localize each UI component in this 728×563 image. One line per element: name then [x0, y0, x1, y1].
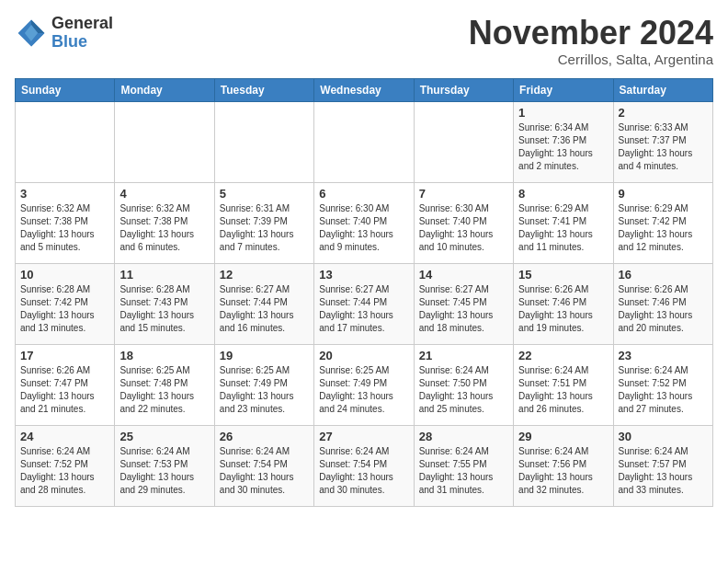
- day-info: Sunrise: 6:25 AM Sunset: 7:49 PM Dayligh…: [220, 364, 309, 416]
- day-number: 23: [619, 349, 708, 362]
- day-number: 30: [619, 430, 708, 443]
- calendar-cell: 10Sunrise: 6:28 AM Sunset: 7:42 PM Dayli…: [16, 263, 115, 344]
- calendar-cell: 19Sunrise: 6:25 AM Sunset: 7:49 PM Dayli…: [214, 344, 313, 425]
- day-number: 9: [619, 187, 708, 201]
- calendar-week-row: 10Sunrise: 6:28 AM Sunset: 7:42 PM Dayli…: [16, 263, 713, 344]
- calendar-cell: 29Sunrise: 6:24 AM Sunset: 7:56 PM Dayli…: [514, 425, 613, 506]
- calendar-cell: 14Sunrise: 6:27 AM Sunset: 7:45 PM Dayli…: [414, 263, 513, 344]
- day-number: 26: [220, 430, 309, 443]
- day-number: 4: [119, 187, 209, 201]
- day-info: Sunrise: 6:28 AM Sunset: 7:43 PM Dayligh…: [119, 283, 209, 335]
- day-info: Sunrise: 6:24 AM Sunset: 7:56 PM Dayligh…: [518, 445, 608, 497]
- day-info: Sunrise: 6:30 AM Sunset: 7:40 PM Dayligh…: [419, 202, 508, 254]
- day-number: 7: [419, 187, 508, 201]
- day-info: Sunrise: 6:24 AM Sunset: 7:54 PM Dayligh…: [220, 445, 309, 497]
- day-number: 28: [419, 430, 508, 443]
- calendar-cell: 30Sunrise: 6:24 AM Sunset: 7:57 PM Dayli…: [613, 425, 712, 506]
- calendar-cell: 28Sunrise: 6:24 AM Sunset: 7:55 PM Dayli…: [414, 425, 513, 506]
- day-number: 16: [619, 268, 708, 282]
- day-info: Sunrise: 6:24 AM Sunset: 7:57 PM Dayligh…: [619, 445, 708, 497]
- day-info: Sunrise: 6:24 AM Sunset: 7:52 PM Dayligh…: [619, 364, 708, 416]
- calendar-cell: 11Sunrise: 6:28 AM Sunset: 7:43 PM Dayli…: [115, 263, 214, 344]
- day-info: Sunrise: 6:25 AM Sunset: 7:49 PM Dayligh…: [319, 364, 408, 416]
- day-info: Sunrise: 6:25 AM Sunset: 7:48 PM Dayligh…: [119, 364, 209, 416]
- day-info: Sunrise: 6:26 AM Sunset: 7:46 PM Dayligh…: [518, 283, 608, 335]
- calendar-week-row: 3Sunrise: 6:32 AM Sunset: 7:38 PM Daylig…: [16, 182, 713, 263]
- day-number: 6: [319, 187, 408, 201]
- day-info: Sunrise: 6:30 AM Sunset: 7:40 PM Dayligh…: [319, 202, 408, 254]
- day-info: Sunrise: 6:29 AM Sunset: 7:42 PM Dayligh…: [619, 202, 708, 254]
- header-day-monday: Monday: [115, 78, 214, 101]
- day-info: Sunrise: 6:26 AM Sunset: 7:46 PM Dayligh…: [619, 283, 708, 335]
- calendar-header-row: SundayMondayTuesdayWednesdayThursdayFrid…: [16, 78, 713, 101]
- logo: General Blue: [15, 15, 113, 52]
- month-title: November 2024: [469, 15, 713, 52]
- day-number: 15: [518, 268, 608, 282]
- calendar-cell: 22Sunrise: 6:24 AM Sunset: 7:51 PM Dayli…: [514, 344, 613, 425]
- day-info: Sunrise: 6:24 AM Sunset: 7:53 PM Dayligh…: [119, 445, 209, 497]
- day-number: 13: [319, 268, 408, 282]
- calendar-cell: 25Sunrise: 6:24 AM Sunset: 7:53 PM Dayli…: [115, 425, 214, 506]
- day-number: 1: [518, 106, 608, 120]
- calendar-cell: 20Sunrise: 6:25 AM Sunset: 7:49 PM Dayli…: [314, 344, 414, 425]
- calendar-cell: [115, 101, 214, 182]
- day-info: Sunrise: 6:24 AM Sunset: 7:50 PM Dayligh…: [419, 364, 508, 416]
- day-info: Sunrise: 6:24 AM Sunset: 7:52 PM Dayligh…: [20, 445, 109, 497]
- calendar-cell: 26Sunrise: 6:24 AM Sunset: 7:54 PM Dayli…: [214, 425, 313, 506]
- day-number: 18: [119, 349, 209, 362]
- calendar-cell: 1Sunrise: 6:34 AM Sunset: 7:36 PM Daylig…: [514, 101, 613, 182]
- calendar-cell: 5Sunrise: 6:31 AM Sunset: 7:39 PM Daylig…: [214, 182, 313, 263]
- header-day-friday: Friday: [514, 78, 613, 101]
- calendar-cell: 24Sunrise: 6:24 AM Sunset: 7:52 PM Dayli…: [16, 425, 115, 506]
- logo-text: General Blue: [51, 15, 113, 52]
- calendar-table: SundayMondayTuesdayWednesdayThursdayFrid…: [15, 78, 713, 507]
- calendar-week-row: 24Sunrise: 6:24 AM Sunset: 7:52 PM Dayli…: [16, 425, 713, 506]
- day-info: Sunrise: 6:27 AM Sunset: 7:44 PM Dayligh…: [319, 283, 408, 335]
- calendar-cell: 3Sunrise: 6:32 AM Sunset: 7:38 PM Daylig…: [16, 182, 115, 263]
- calendar-cell: 15Sunrise: 6:26 AM Sunset: 7:46 PM Dayli…: [514, 263, 613, 344]
- page-header: General Blue November 2024 Cerrillos, Sa…: [15, 15, 713, 67]
- calendar-cell: [214, 101, 313, 182]
- calendar-cell: 27Sunrise: 6:24 AM Sunset: 7:54 PM Dayli…: [314, 425, 414, 506]
- day-number: 24: [20, 430, 109, 443]
- day-info: Sunrise: 6:33 AM Sunset: 7:37 PM Dayligh…: [619, 121, 708, 173]
- day-number: 11: [119, 268, 209, 282]
- calendar-cell: 21Sunrise: 6:24 AM Sunset: 7:50 PM Dayli…: [414, 344, 513, 425]
- day-number: 3: [20, 187, 109, 201]
- day-info: Sunrise: 6:27 AM Sunset: 7:44 PM Dayligh…: [220, 283, 309, 335]
- calendar-body: 1Sunrise: 6:34 AM Sunset: 7:36 PM Daylig…: [16, 101, 713, 506]
- calendar-cell: 17Sunrise: 6:26 AM Sunset: 7:47 PM Dayli…: [16, 344, 115, 425]
- calendar-cell: 2Sunrise: 6:33 AM Sunset: 7:37 PM Daylig…: [613, 101, 712, 182]
- header-day-tuesday: Tuesday: [214, 78, 313, 101]
- day-number: 27: [319, 430, 408, 443]
- calendar-cell: 6Sunrise: 6:30 AM Sunset: 7:40 PM Daylig…: [314, 182, 414, 263]
- location-subtitle: Cerrillos, Salta, Argentina: [469, 52, 713, 67]
- header-day-sunday: Sunday: [16, 78, 115, 101]
- day-info: Sunrise: 6:27 AM Sunset: 7:45 PM Dayligh…: [419, 283, 508, 335]
- day-info: Sunrise: 6:24 AM Sunset: 7:51 PM Dayligh…: [518, 364, 608, 416]
- day-number: 12: [220, 268, 309, 282]
- calendar-cell: [414, 101, 513, 182]
- day-number: 17: [20, 349, 109, 362]
- day-info: Sunrise: 6:32 AM Sunset: 7:38 PM Dayligh…: [119, 202, 209, 254]
- day-info: Sunrise: 6:28 AM Sunset: 7:42 PM Dayligh…: [20, 283, 109, 335]
- day-number: 10: [20, 268, 109, 282]
- header-day-wednesday: Wednesday: [314, 78, 414, 101]
- day-number: 25: [119, 430, 209, 443]
- day-number: 14: [419, 268, 508, 282]
- title-block: November 2024 Cerrillos, Salta, Argentin…: [469, 15, 713, 67]
- calendar-cell: [314, 101, 414, 182]
- day-number: 20: [319, 349, 408, 362]
- day-info: Sunrise: 6:34 AM Sunset: 7:36 PM Dayligh…: [518, 121, 608, 173]
- day-number: 5: [220, 187, 309, 201]
- header-day-saturday: Saturday: [613, 78, 712, 101]
- day-number: 21: [419, 349, 508, 362]
- calendar-cell: [16, 101, 115, 182]
- calendar-cell: 4Sunrise: 6:32 AM Sunset: 7:38 PM Daylig…: [115, 182, 214, 263]
- day-info: Sunrise: 6:24 AM Sunset: 7:55 PM Dayligh…: [419, 445, 508, 497]
- day-info: Sunrise: 6:24 AM Sunset: 7:54 PM Dayligh…: [319, 445, 408, 497]
- logo-blue: Blue: [51, 32, 87, 51]
- calendar-week-row: 1Sunrise: 6:34 AM Sunset: 7:36 PM Daylig…: [16, 101, 713, 182]
- day-info: Sunrise: 6:32 AM Sunset: 7:38 PM Dayligh…: [20, 202, 109, 254]
- calendar-cell: 16Sunrise: 6:26 AM Sunset: 7:46 PM Dayli…: [613, 263, 712, 344]
